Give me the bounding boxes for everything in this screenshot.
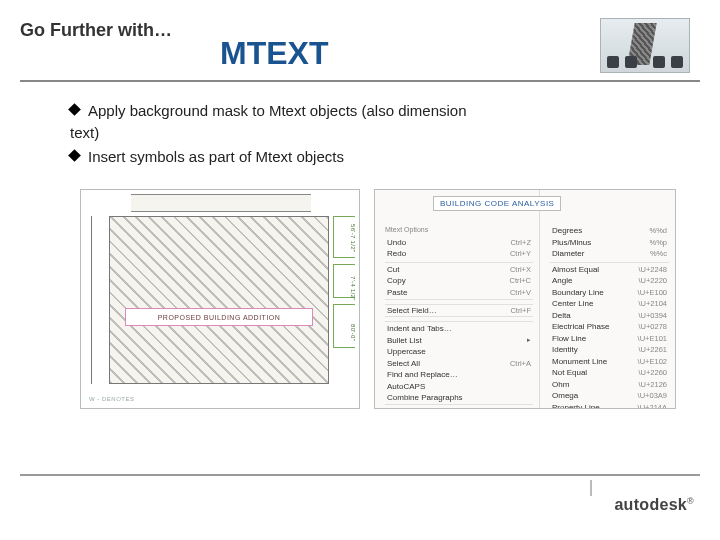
drawing-footer: W - DENOTES <box>89 396 135 402</box>
bullet-text: Insert symbols as part of Mtext objects <box>88 148 344 165</box>
drawing-top-label <box>131 194 311 212</box>
menu-item-shortcut: Ctrl+C <box>510 276 531 285</box>
menu-item-label: Uppercase <box>387 347 426 356</box>
context-menu-item[interactable]: Combine Paragraphs <box>385 393 533 405</box>
figure-row: PROPOSED BUILDING ADDITION 56'-7 1/2" 7'… <box>0 179 720 409</box>
menu-item-label: Undo <box>387 238 406 247</box>
submenu-arrow-icon: ▸ <box>527 336 531 344</box>
context-menu-item[interactable]: CopyCtrl+C <box>385 276 533 285</box>
symbol-menu-item[interactable]: Center Line\U+2104 <box>550 299 669 308</box>
symbol-label: Identity <box>552 345 578 354</box>
context-menu-item[interactable]: AutoCAPS <box>385 382 533 391</box>
symbol-menu-item[interactable]: Diameter%%c <box>550 249 669 258</box>
symbol-code: \U+2260 <box>638 368 667 377</box>
menu-item-label: Select All <box>387 359 420 368</box>
symbol-code: \U+2220 <box>638 276 667 285</box>
footer-divider <box>20 474 700 476</box>
drawing-hatch <box>109 216 329 384</box>
context-menu-item[interactable]: Find and Replace… <box>385 370 533 379</box>
symbol-menu-item[interactable]: Property Line\U+214A <box>550 403 669 410</box>
symbol-menu-item[interactable]: Almost Equal\U+2248 <box>550 262 669 274</box>
menu-item-shortcut: Ctrl+F <box>510 306 531 315</box>
symbol-menu-item[interactable]: Not Equal\U+2260 <box>550 368 669 377</box>
symbol-label: Center Line <box>552 299 593 308</box>
context-menu-item[interactable]: Select AllCtrl+A <box>385 359 533 368</box>
brand-reg: ® <box>687 496 694 506</box>
menu-item-shortcut: Ctrl+X <box>510 265 531 274</box>
symbol-code: \U+0394 <box>638 311 667 320</box>
dim-value: 80'-0" <box>350 324 356 341</box>
menu-item-label: Combine Paragraphs <box>387 393 463 402</box>
context-menu-item[interactable]: Uppercase <box>385 347 533 356</box>
context-menu-item[interactable]: UndoCtrl+Z <box>385 238 533 247</box>
symbol-code: \U+E102 <box>638 357 667 366</box>
symbol-code: %%p <box>649 238 667 247</box>
menu-item-label: AutoCAPS <box>387 382 425 391</box>
menu-item-shortcut: Ctrl+A <box>510 359 531 368</box>
bullet-item: Insert symbols as part of Mtext objects <box>70 146 680 168</box>
context-menu-right: Degrees%%dPlus/Minus%%pDiameter%%cAlmost… <box>540 190 675 408</box>
symbol-label: Plus/Minus <box>552 238 591 247</box>
symbol-menu-item[interactable]: Ohm\U+2126 <box>550 380 669 389</box>
menu-title-strip: BUILDING CODE ANALYSIS <box>433 196 561 211</box>
menu-item-label: Cut <box>387 265 399 274</box>
page-divider <box>590 480 592 496</box>
symbol-code: \U+2261 <box>638 345 667 354</box>
symbol-menu-item[interactable]: Boundary Line\U+E100 <box>550 288 669 297</box>
menu-item-label: Find and Replace… <box>387 370 458 379</box>
symbol-menu-item[interactable]: Degrees%%d <box>550 226 669 235</box>
drawing-right-dimensions: 56'-7 1/2" 7'-4 1/2" 80'-0" <box>333 216 355 384</box>
drawing-left-dimension <box>91 216 103 384</box>
symbol-menu-item[interactable]: Omega\U+03A9 <box>550 391 669 400</box>
dim-value: 56'-7 1/2" <box>350 224 356 252</box>
brand-name: autodesk <box>614 496 687 513</box>
symbol-code: \U+E100 <box>638 288 667 297</box>
symbol-menu-item[interactable]: Identity\U+2261 <box>550 345 669 354</box>
menu-item-label: Bullet List <box>387 336 422 345</box>
symbol-code: \U+214A <box>638 403 667 410</box>
context-menu-item[interactable]: Select Field…Ctrl+F <box>385 304 533 317</box>
menu-item-shortcut: Ctrl+Y <box>510 249 531 258</box>
symbol-label: Delta <box>552 311 571 320</box>
context-menu-left: Mtext Options UndoCtrl+ZRedoCtrl+YCutCtr… <box>375 190 540 408</box>
menu-item-shortcut: Ctrl+V <box>510 288 531 297</box>
symbol-label: Not Equal <box>552 368 587 377</box>
menu-heading: Mtext Options <box>385 226 533 233</box>
drawing-mask-text: PROPOSED BUILDING ADDITION <box>158 314 281 321</box>
context-menu-item[interactable]: PasteCtrl+V <box>385 288 533 300</box>
symbol-label: Almost Equal <box>552 265 599 274</box>
menu-item-label: Redo <box>387 249 406 258</box>
slide-header: Go Further with… MTEXT <box>0 0 720 72</box>
menu-item-label: Select Field… <box>387 306 437 315</box>
context-menu-item[interactable]: Indent and Tabs… <box>385 321 533 333</box>
symbol-menu-item[interactable]: Monument Line\U+E102 <box>550 357 669 366</box>
context-menu-item[interactable]: CutCtrl+X <box>385 262 533 274</box>
symbol-label: Ohm <box>552 380 569 389</box>
symbol-code: %%c <box>650 249 667 258</box>
bullet-item: Apply background mask to Mtext objects (… <box>70 100 680 144</box>
symbol-label: Degrees <box>552 226 582 235</box>
dim-value: 7'-4 1/2" <box>350 276 356 301</box>
symbol-menu-item[interactable]: Flow Line\U+E101 <box>550 334 669 343</box>
symbol-code: \U+E101 <box>638 334 667 343</box>
symbol-label: Flow Line <box>552 334 586 343</box>
symbol-menu-item[interactable]: Electrical Phase\U+0278 <box>550 322 669 331</box>
menu-item-label: Indent and Tabs… <box>387 324 452 333</box>
brand-logo: autodesk® <box>614 496 694 514</box>
symbol-code: %%d <box>649 226 667 235</box>
symbol-menu-item[interactable]: Angle\U+2220 <box>550 276 669 285</box>
bullet-text: Apply background mask to Mtext objects (… <box>88 102 467 119</box>
symbol-label: Property Line <box>552 403 600 410</box>
symbol-menu-item[interactable]: Plus/Minus%%p <box>550 238 669 247</box>
context-menu-item[interactable]: RedoCtrl+Y <box>385 249 533 258</box>
context-menu-figure: BUILDING CODE ANALYSIS Mtext Options Und… <box>374 189 676 409</box>
symbol-menu-item[interactable]: Delta\U+0394 <box>550 311 669 320</box>
menu-item-label: Paste <box>387 288 407 297</box>
context-menu-item[interactable]: Bullet List▸ <box>385 336 533 345</box>
symbol-label: Diameter <box>552 249 584 258</box>
bullet-list: Apply background mask to Mtext objects (… <box>0 82 720 179</box>
symbol-label: Omega <box>552 391 578 400</box>
symbol-code: \U+2126 <box>638 380 667 389</box>
drawing-mask-label: PROPOSED BUILDING ADDITION <box>125 308 313 326</box>
symbol-label: Angle <box>552 276 572 285</box>
